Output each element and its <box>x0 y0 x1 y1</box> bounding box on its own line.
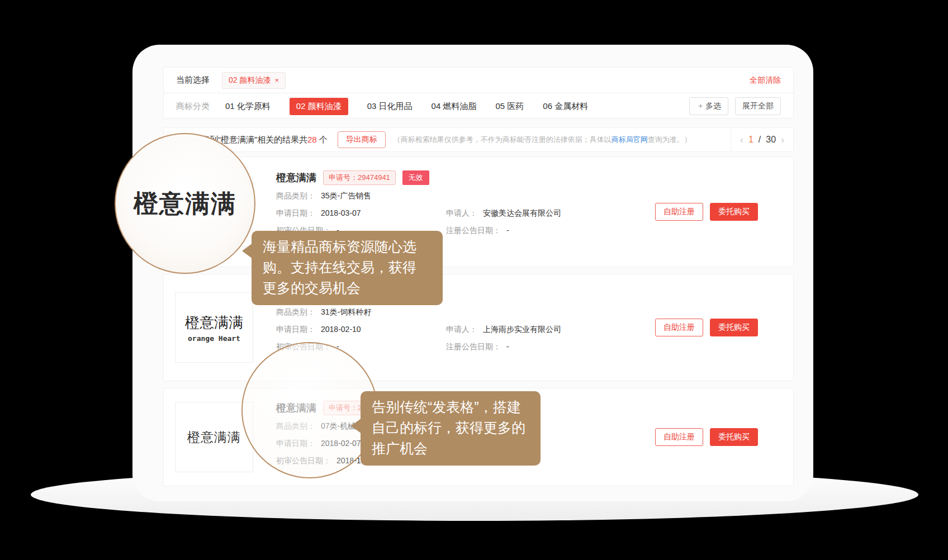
category-tab-02-active[interactable]: 02 颜料油漆 <box>290 98 348 115</box>
status-badge-invalid: 无效 <box>402 170 429 185</box>
selected-filter-tag-label: 02 颜料油漆 <box>229 75 271 86</box>
magnified-trademark-text: 橙意满满 <box>134 187 236 220</box>
category-field-label: 商品类别： <box>276 306 315 319</box>
category-label: 商标分类 <box>176 101 210 112</box>
self-register-button[interactable]: 自助注册 <box>655 428 703 446</box>
category-tabs: 01 化学原料 02 颜料油漆 03 日化用品 04 燃料油脂 05 医药 06… <box>225 98 588 115</box>
application-number-tag: 申请号：29474941 <box>323 170 396 185</box>
apply-date-value: 2018-03-07 <box>321 207 361 220</box>
multi-select-button[interactable]: ＋多选 <box>689 97 728 115</box>
row-3-actions: 自助注册 委托购买 <box>655 428 758 446</box>
tooltip-line: 更多的交易机会 <box>263 278 432 298</box>
disclaimer-text: （商标检索结果仅供参考，不作为商标能否注册的法律依据；具体以商标局官网查询为准。… <box>394 135 691 145</box>
entrust-buy-button[interactable]: 委托购买 <box>710 319 758 336</box>
disclaimer-post: 查询为准。） <box>648 135 691 144</box>
category-field-label: 商品类别： <box>276 189 315 202</box>
category-row: 商标分类 01 化学原料 02 颜料油漆 03 日化用品 04 燃料油脂 05 … <box>164 93 793 119</box>
tooltip-marketplace: 海量精品商标资源随心选 购。支持在线交易，获得 更多的交易机会 <box>252 231 443 305</box>
row-1-actions: 自助注册 委托购买 <box>655 203 758 221</box>
results-count: 28 <box>307 135 317 144</box>
apply-date-value: 2018-02-10 <box>321 323 361 336</box>
magnifier-circle-2 <box>241 342 378 478</box>
trademark-image-2: 橙意满满 orange Heart <box>175 292 253 363</box>
results-header: 为您检索到“橙意满满”相关的结果共28 个 导出商标 （商标检索结果仅供参考，不… <box>163 127 794 152</box>
trademark-image-text: 橙意满满 <box>187 429 241 446</box>
current-selection-row: 当前选择 02 颜料油漆 × 全部清除 <box>164 68 793 93</box>
remove-filter-icon[interactable]: × <box>274 76 279 84</box>
filter-buttons: ＋多选 展开全部 <box>689 97 781 115</box>
tooltip-line: 购。支持在线交易，获得 <box>263 257 432 278</box>
prev-page-icon[interactable]: ‹ <box>740 134 743 146</box>
total-pages: 30 <box>766 135 776 145</box>
applicant-value: 上海雨步实业有限公司 <box>483 323 561 336</box>
reg-notice-label: 注册公告日期： <box>446 340 501 353</box>
pagination: ‹ 1 / 30 › <box>731 128 793 151</box>
applicant-label: 申请人： <box>446 323 477 336</box>
plus-icon: ＋ <box>696 101 704 110</box>
page-separator: / <box>759 135 761 145</box>
disclaimer-pre: （商标检索结果仅供参考，不作为商标能否注册的法律依据；具体以 <box>394 135 612 144</box>
clear-all-link[interactable]: 全部清除 <box>750 75 781 86</box>
reg-notice-value: - <box>506 340 509 353</box>
page: 当前选择 02 颜料油漆 × 全部清除 商标分类 01 化学原料 02 颜料油漆… <box>0 0 948 560</box>
applicant-label: 申请人： <box>446 207 477 220</box>
summary-suffix: 个 <box>317 135 328 144</box>
category-field-value: 31类-饲料种籽 <box>321 306 371 319</box>
magnifier-circle-1: 橙意满满 <box>115 133 255 274</box>
filter-card: 当前选择 02 颜料油漆 × 全部清除 商标分类 01 化学原料 02 颜料油漆… <box>163 67 794 118</box>
applicant-value: 安徽美达会展有限公司 <box>483 207 561 220</box>
app-no-label: 申请号： <box>329 173 358 182</box>
tooltip-line: 自己的标行，获得更多的 <box>372 417 529 438</box>
reg-notice-label: 注册公告日期： <box>446 224 501 237</box>
apply-date-label: 申请日期： <box>276 207 315 220</box>
self-register-button[interactable]: 自助注册 <box>655 203 703 221</box>
trademark-name: 橙意满满 <box>276 171 316 184</box>
category-tab-01[interactable]: 01 化学原料 <box>225 101 271 112</box>
multi-select-label: 多选 <box>705 101 721 110</box>
apply-date-label: 申请日期： <box>276 323 315 336</box>
next-page-icon[interactable]: › <box>781 134 784 146</box>
tooltip-line: 海量精品商标资源随心选 <box>263 236 432 257</box>
row-1-details: 橙意满满 申请号：29474941 无效 商品类别：35类-广告销售 申请日期：… <box>276 170 561 237</box>
row-2-actions: 自助注册 委托购买 <box>655 319 758 336</box>
export-trademarks-button[interactable]: 导出商标 <box>338 131 386 148</box>
self-register-button[interactable]: 自助注册 <box>655 319 703 336</box>
tooltip-line: 推广机会 <box>372 438 529 459</box>
trademark-image-text: 橙意满满 <box>185 313 243 333</box>
entrust-buy-button[interactable]: 委托购买 <box>710 203 758 221</box>
trademark-office-link[interactable]: 商标局官网 <box>612 135 648 144</box>
selected-filter-tag[interactable]: 02 颜料油漆 × <box>222 72 286 89</box>
current-page: 1 <box>748 135 753 145</box>
category-tab-06[interactable]: 06 金属材料 <box>543 101 588 112</box>
tooltip-line: 告别传统“发表格”，搭建 <box>372 397 529 417</box>
current-selection-label: 当前选择 <box>176 75 210 86</box>
category-tab-05[interactable]: 05 医药 <box>495 101 524 112</box>
category-tab-03[interactable]: 03 日化用品 <box>367 101 413 112</box>
app-no-value: 29474941 <box>358 173 390 182</box>
tooltip-promotion: 告别传统“发表格”，搭建 自己的标行，获得更多的 推广机会 <box>361 391 541 466</box>
expand-all-button[interactable]: 展开全部 <box>735 97 781 115</box>
reg-notice-value: - <box>506 224 509 237</box>
category-field-value: 35类-广告销售 <box>321 189 371 202</box>
category-tab-04[interactable]: 04 燃料油脂 <box>432 101 477 112</box>
entrust-buy-button[interactable]: 委托购买 <box>710 428 758 446</box>
trademark-image-subtext: orange Heart <box>188 334 240 343</box>
